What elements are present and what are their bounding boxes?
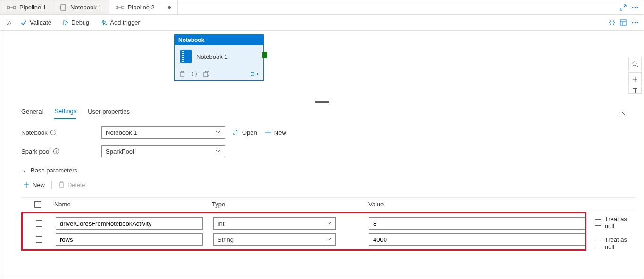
unsaved-indicator-icon	[168, 6, 171, 9]
svg-point-24	[633, 62, 636, 66]
row-checkbox[interactable]	[36, 236, 42, 243]
parameter-row: String	[23, 231, 585, 247]
svg-rect-8	[122, 6, 124, 9]
svg-point-18	[632, 22, 634, 23]
treat-as-null-label: Treat as null	[605, 236, 635, 250]
pipeline-icon	[7, 4, 16, 11]
spark-pool-select[interactable]: SparkPool	[101, 145, 225, 157]
tab-label: Notebook 1	[70, 4, 102, 11]
debug-label: Debug	[71, 19, 89, 26]
svg-rect-1	[13, 6, 16, 9]
column-value: Value	[368, 201, 635, 208]
tab-pipeline-1[interactable]: Pipeline 1	[0, 0, 53, 14]
success-output-handle[interactable]	[262, 52, 267, 58]
plus-icon	[632, 76, 638, 82]
spark-pool-select-value: SparkPool	[106, 148, 134, 155]
param-name-input[interactable]	[56, 233, 203, 246]
more-icon[interactable]	[631, 19, 639, 26]
svg-rect-7	[116, 6, 118, 9]
spark-pool-label: Spark pool	[21, 148, 50, 155]
parameters-highlight: Int String	[21, 212, 586, 251]
check-icon	[20, 19, 27, 26]
braces-icon[interactable]	[609, 19, 615, 26]
tab-settings[interactable]: Settings	[54, 107, 76, 119]
validate-button[interactable]: Validate	[15, 19, 57, 26]
row-checkbox[interactable]	[36, 220, 42, 227]
settings-tabs: General Settings User properties	[0, 103, 644, 120]
new-notebook-button[interactable]: New	[265, 129, 286, 136]
svg-rect-15	[620, 20, 626, 25]
pipeline-canvas[interactable]: Notebook Notebook 1	[0, 31, 644, 101]
tab-pipeline-2[interactable]: Pipeline 2	[109, 0, 178, 14]
svg-line-25	[636, 65, 638, 67]
chevron-down-icon	[215, 131, 221, 134]
chevron-down-icon	[326, 238, 332, 241]
svg-point-20	[637, 22, 638, 23]
info-icon[interactable]: i	[50, 130, 56, 135]
info-icon[interactable]: i	[53, 148, 59, 154]
copy-icon[interactable]	[203, 71, 209, 77]
more-icon[interactable]	[631, 4, 639, 11]
add-trigger-label: Add trigger	[110, 19, 140, 26]
run-arrow-icon[interactable]	[250, 71, 259, 77]
search-canvas-button[interactable]	[628, 57, 642, 71]
activity-title: Notebook 1	[196, 53, 228, 60]
pipeline-icon	[116, 4, 124, 11]
tab-label: Pipeline 1	[19, 4, 46, 11]
activity-header: Notebook	[175, 35, 263, 45]
param-type-select[interactable]: Int	[213, 217, 336, 230]
notebook-icon	[60, 4, 67, 11]
zoom-in-button[interactable]	[628, 72, 642, 86]
edit-icon	[233, 129, 239, 136]
select-all-checkbox[interactable]	[34, 201, 41, 208]
notebook-activity[interactable]: Notebook Notebook 1	[174, 34, 264, 81]
parameter-row: Int	[23, 215, 585, 231]
notebook-label: Notebook	[21, 129, 48, 136]
delete-parameter-button: Delete	[59, 181, 85, 189]
trigger-icon	[100, 19, 107, 26]
zoom-slider-handle[interactable]	[628, 87, 642, 94]
action-toolbar: Validate Debug Add trigger	[0, 15, 644, 31]
collapse-panel-button[interactable]	[619, 111, 626, 116]
delete-icon[interactable]	[179, 71, 185, 77]
braces-icon[interactable]	[191, 71, 198, 77]
add-trigger-button[interactable]: Add trigger	[95, 19, 146, 26]
validate-label: Validate	[30, 19, 51, 26]
svg-point-10	[632, 7, 634, 8]
tab-general[interactable]: General	[21, 108, 43, 119]
base-parameters-label: Base parameters	[31, 167, 77, 174]
template-icon[interactable]	[620, 19, 627, 26]
expand-sidebar-button[interactable]	[3, 20, 15, 25]
column-name: Name	[54, 201, 212, 208]
notebook-icon	[180, 50, 192, 63]
notebook-select[interactable]: Notebook 1	[101, 126, 225, 139]
param-type-select[interactable]: String	[213, 233, 336, 246]
play-icon	[63, 19, 68, 26]
new-parameter-button[interactable]: New	[23, 181, 45, 189]
treat-as-null-label: Treat as null	[605, 215, 635, 230]
param-value-input[interactable]	[369, 233, 585, 246]
svg-point-22	[251, 72, 254, 76]
svg-rect-21	[204, 72, 208, 77]
base-parameters-toggle[interactable]: Base parameters	[21, 167, 635, 174]
param-value-input[interactable]	[369, 217, 585, 230]
notebook-select-value: Notebook 1	[106, 129, 137, 136]
editor-tabs: Pipeline 1 Notebook 1 Pipeline 2	[0, 0, 644, 15]
tab-label: Pipeline 2	[128, 4, 155, 11]
svg-point-12	[637, 7, 638, 8]
chevron-down-icon	[326, 222, 332, 225]
delete-icon	[59, 181, 65, 188]
svg-point-11	[635, 7, 636, 8]
param-name-input[interactable]	[56, 217, 203, 230]
tab-user-properties[interactable]: User properties	[88, 108, 130, 119]
treat-as-null-checkbox[interactable]	[595, 240, 601, 246]
plus-icon	[265, 129, 271, 136]
svg-rect-0	[7, 6, 9, 9]
svg-rect-3	[61, 5, 66, 10]
debug-button[interactable]: Debug	[57, 19, 95, 26]
plus-icon	[23, 181, 30, 188]
treat-as-null-checkbox[interactable]	[595, 219, 601, 226]
tab-notebook-1[interactable]: Notebook 1	[53, 0, 109, 14]
open-notebook-button[interactable]: Open	[233, 129, 257, 136]
expand-icon[interactable]	[620, 4, 627, 11]
